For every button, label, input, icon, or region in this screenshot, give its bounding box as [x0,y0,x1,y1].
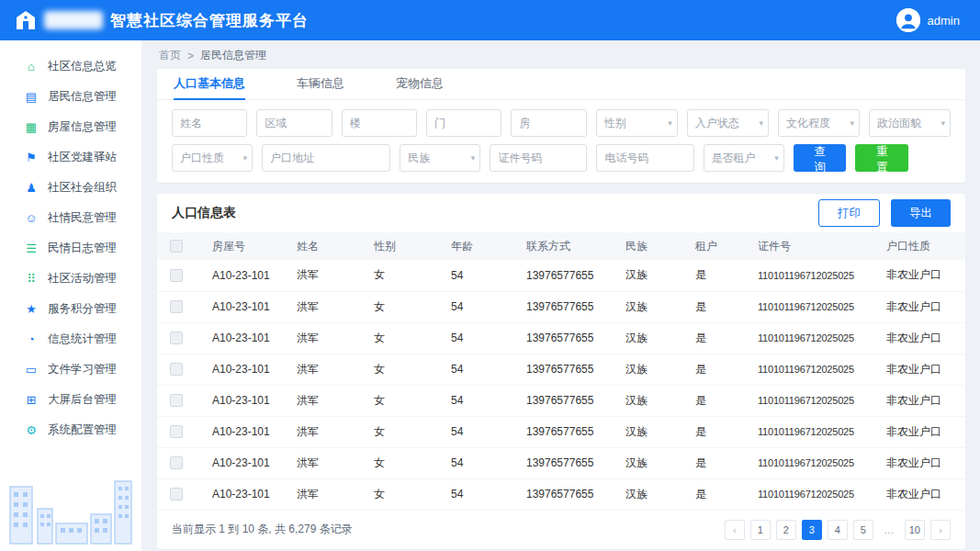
filter-input[interactable] [490,144,587,172]
page-button[interactable]: 4 [828,520,848,540]
sidebar-item-public-opinion[interactable]: ☺ 社情民意管理 [0,203,141,233]
filter-input[interactable] [342,109,417,137]
row-checkbox[interactable] [170,332,183,344]
export-button[interactable]: 导出 [891,199,951,227]
household-type-select: ▾ [172,144,253,172]
filter-input[interactable] [778,109,860,137]
sidebar-item-document-study[interactable]: ▭ 文件学习管理 [0,354,141,385]
building-icon: ▦ [24,121,39,133]
row-checkbox[interactable] [170,300,183,313]
row-checkbox[interactable] [170,456,183,469]
sidebar-item-party-station[interactable]: ⚑ 社区党建驿站 [0,142,141,173]
page-button[interactable]: 5 [853,520,873,540]
cell-house-no: A10-23-101 [205,354,289,385]
table-header-row: 房屋号姓名性别年龄联系方式民族租户证件号户口性质 [157,232,965,260]
page-button[interactable]: … [879,520,899,540]
page-button[interactable]: 3 [802,520,822,540]
region-filter: ▾ [256,109,332,137]
sidebar-item-label: 居民信息管理 [48,89,117,105]
sidebar-item-statistics[interactable]: ◔ 信息统计管理 [0,324,141,354]
search-button[interactable]: 查询 [794,144,847,172]
sidebar-item-service-points[interactable]: ★ 服务积分管理 [0,294,141,324]
population-table: 房屋号姓名性别年龄联系方式民族租户证件号户口性质 A10-23-101 洪军 女… [157,232,965,511]
filter-input[interactable] [596,144,693,172]
tab-vehicle-info[interactable]: 车辆信息 [297,69,344,100]
tab-population-info[interactable]: 人口基本信息 [174,69,245,100]
filter-input[interactable] [869,109,951,137]
page-button[interactable]: 1 [750,520,771,540]
cell-household-type: 非农业户口 [879,447,965,478]
column-header: 民族 [618,232,688,260]
row-checkbox[interactable] [170,394,183,407]
table-row[interactable]: A10-23-101 洪军 女 54 13976577655 汉族 是 1101… [157,416,965,447]
filter-input[interactable] [511,109,586,137]
city-illustration [6,461,136,549]
table-row[interactable]: A10-23-101 洪军 女 54 13976577655 汉族 是 1101… [157,385,965,416]
sidebar-item-label: 社情民意管理 [48,210,117,226]
cell-tenant: 是 [688,322,750,354]
cell-house-no: A10-23-101 [205,447,289,478]
sidebar-item-activity[interactable]: ⠿ 社区活动管理 [0,264,141,294]
cell-gender: 女 [366,354,444,385]
cell-name: 洪军 [289,354,366,385]
group-icon: ♟ [24,182,39,194]
row-checkbox[interactable] [170,363,183,376]
sidebar-item-screen-admin[interactable]: ⊞ 大屏后台管理 [0,385,141,415]
cell-age: 54 [444,447,519,478]
filter-input[interactable] [256,109,332,137]
column-header: 联系方式 [519,232,618,260]
sidebar-item-civil-log[interactable]: ☰ 民情日志管理 [0,233,141,264]
sidebar-item-system-config[interactable]: ⚙ 系统配置管理 [0,415,141,445]
row-checkbox[interactable] [170,269,183,282]
table-row[interactable]: A10-23-101 洪军 女 54 13976577655 汉族 是 1101… [157,260,965,291]
select-all-checkbox[interactable] [170,240,183,253]
page-button[interactable]: 10 [905,520,925,540]
sidebar-item-label: 民情日志管理 [48,241,117,256]
sidebar-item-resident-info[interactable]: ▤ 居民信息管理 [0,82,141,112]
cell-age: 54 [444,416,519,447]
page-button[interactable]: 2 [776,520,796,540]
cell-gender: 女 [366,385,444,416]
next-page-button[interactable]: › [930,520,951,540]
filter-input[interactable] [262,144,390,172]
filter-input[interactable] [596,109,678,137]
print-button[interactable]: 打印 [818,199,880,227]
filter-input[interactable] [687,109,769,137]
name-filter: ▾ [172,109,247,137]
filter-input[interactable] [172,109,247,137]
resident-card-icon: ▤ [24,91,39,103]
cell-id-number: 110101196712025025 [750,416,879,447]
table-row[interactable]: A10-23-101 洪军 女 54 13976577655 汉族 是 1101… [157,291,965,322]
cell-house-no: A10-23-101 [205,291,289,322]
cell-gender: 女 [366,447,444,478]
reset-button[interactable]: 重置 [855,144,908,172]
sidebar-item-house-info[interactable]: ▦ 房屋信息管理 [0,112,141,142]
breadcrumb: 首页 > 居民信息管理 [157,40,965,69]
cell-name: 洪军 [289,478,366,510]
filter-input[interactable] [426,109,501,137]
table-row[interactable]: A10-23-101 洪军 女 54 13976577655 汉族 是 1101… [157,322,965,354]
cell-household-type: 非农业户口 [879,478,965,510]
filter-input[interactable] [400,144,480,172]
filter-input[interactable] [172,144,253,172]
breadcrumb-separator: > [187,50,194,62]
table-row[interactable]: A10-23-101 洪军 女 54 13976577655 汉族 是 1101… [157,354,965,385]
flag-icon: ⚑ [24,152,39,163]
tenant-select: ▾ [704,144,784,172]
row-checkbox[interactable] [170,425,183,438]
table-row[interactable]: A10-23-101 洪军 女 54 13976577655 汉族 是 1101… [157,478,965,510]
row-checkbox[interactable] [170,488,183,500]
table-card: 人口信息表 打印 导出 房屋号姓名性别年龄联系方式民族租户证件号户口性质 [157,194,965,549]
sidebar-item-overview[interactable]: ⌂ 社区信息总览 [0,51,141,82]
user-menu[interactable]: admin [896,8,960,32]
filter-input[interactable] [704,144,784,172]
sidebar-item-social-org[interactable]: ♟ 社区社会组织 [0,173,141,203]
table-row[interactable]: A10-23-101 洪军 女 54 13976577655 汉族 是 1101… [157,447,965,478]
tab-pet-info[interactable]: 宠物信息 [396,69,444,100]
cell-tenant: 是 [688,291,750,322]
monitor-icon: ⊞ [24,394,39,406]
filter-card: 人口基本信息 车辆信息 宠物信息 ▾ [157,69,965,183]
breadcrumb-home[interactable]: 首页 [159,48,181,63]
platform-logo-icon [15,9,37,31]
prev-page-button[interactable]: ‹ [725,520,745,540]
